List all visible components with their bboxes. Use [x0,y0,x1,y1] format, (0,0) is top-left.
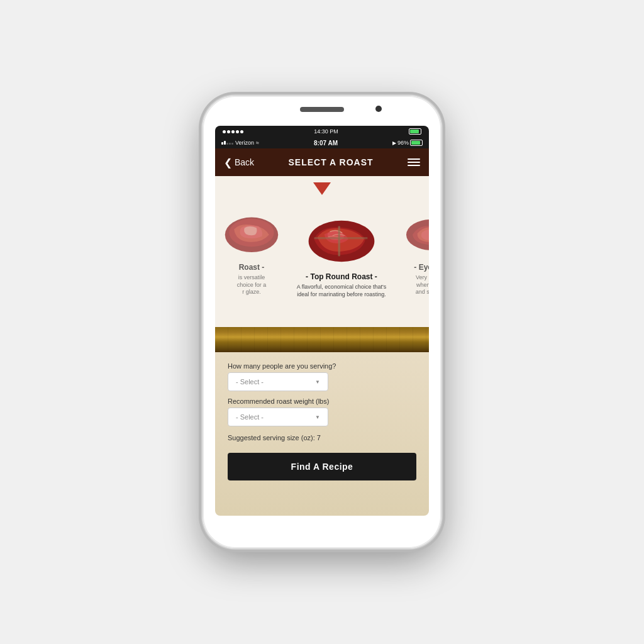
clock-top: 14:30 PM [314,128,338,135]
wifi-icon: ≈ [256,140,259,146]
select-arrow-weight: ▼ [315,414,320,420]
weight-group: Recommended roast weight (lbs) - Select … [228,397,416,426]
carrier-name: Verizon [235,140,254,146]
back-button[interactable]: ❮ Back [224,157,254,169]
phone-camera [375,106,382,112]
serving-size-text: Suggested serving size (oz): 7 [228,434,416,441]
phone-screen: 14:30 PM Verizon ≈ 8:07 AM [215,126,429,516]
hamburger-line-2 [408,162,420,163]
serving-select[interactable]: - Select - ▼ [228,372,328,391]
dot-3 [231,130,235,133]
serving-select-value: - Select - [236,378,264,386]
roast-item-partial-right: - Eye of R Very lean anwhen cookeand sli… [395,176,429,303]
battery-fill [410,130,419,133]
roast-item-center: - Top Round Roast - A flavorful, economi… [288,176,395,304]
signal-strength [221,141,233,145]
sig-5 [231,143,233,145]
sig-4 [229,143,231,145]
battery-top [409,128,421,135]
roast-desc-center: A flavorful, economical choice that's id… [293,284,390,298]
page-title: SELECT A ROAST [289,157,374,167]
roast-desc-left: is versatilechoice for ar glaze. [237,274,267,296]
hamburger-line-3 [408,165,420,166]
find-recipe-button[interactable]: Find A Recipe [228,453,416,480]
location-icon: ▶ [392,140,396,146]
battery-fill-ios [411,141,420,145]
roast-name-left: Roast - [239,263,265,272]
nav-bar: ❮ Back SELECT A ROAST [215,148,429,176]
battery-icon [409,128,421,135]
selection-indicator [313,182,331,195]
weight-select[interactable]: - Select - ▼ [228,408,328,426]
back-label: Back [235,157,254,167]
hamburger-line-1 [408,158,420,160]
select-arrow-serving: ▼ [315,379,320,385]
dot-5 [240,130,243,133]
weight-label: Recommended roast weight (lbs) [228,397,416,405]
sig-1 [221,142,223,145]
battery-pct: 96% [397,140,409,146]
status-bar-ios: Verizon ≈ 8:07 AM ▶ 96% [215,137,429,148]
roast-item-partial-left: Roast - is versatilechoice for ar glaze. [215,176,288,303]
dot-2 [227,130,230,133]
battery-bar [410,140,423,146]
svg-rect-4 [314,237,367,239]
roast-items-list: Roast - is versatilechoice for ar glaze. [215,176,429,327]
carrier-info: Verizon ≈ [221,140,259,146]
roast-name-right: - Eye of R [414,263,429,272]
phone-device: 14:30 PM Verizon ≈ 8:07 AM [203,96,441,548]
back-chevron-icon: ❮ [224,157,232,169]
serving-question-label: How many people are you serving? [228,362,416,370]
roast-image-left [220,208,283,258]
roast-name-center: - Top Round Roast - [306,272,377,281]
serving-group: How many people are you serving? - Selec… [228,362,416,391]
signal-bars [223,130,243,133]
clock-ios: 8:07 AM [314,140,338,147]
roast-image-right [400,208,429,258]
sig-3 [226,143,228,145]
parchment-form: How many people are you serving? - Selec… [215,352,429,516]
svg-rect-3 [338,226,340,257]
wood-divider [215,327,429,352]
battery-ios: ▶ 96% [392,140,423,146]
dot-1 [223,130,226,133]
phone-speaker [300,107,344,112]
status-bar-top: 14:30 PM [215,126,429,137]
roast-desc-right: Very lean anwhen cookeand sliced th [416,274,429,296]
roast-carousel[interactable]: Roast - is versatilechoice for ar glaze. [215,176,429,327]
roast-image-center [304,208,379,267]
weight-select-value: - Select - [236,413,264,421]
menu-button[interactable] [408,158,420,166]
dot-4 [236,130,239,133]
sig-2 [224,141,226,145]
